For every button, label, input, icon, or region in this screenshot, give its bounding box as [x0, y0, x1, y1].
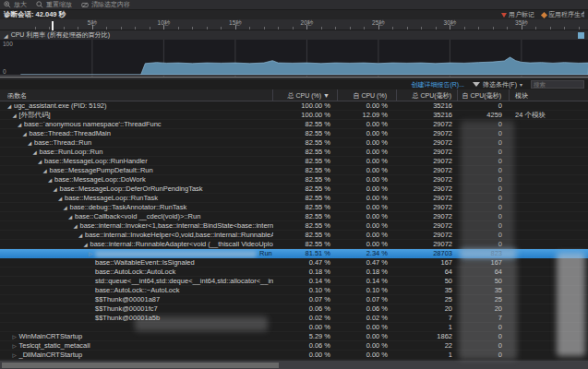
collapse-icon[interactable]: ◢ — [13, 111, 19, 120]
create-report-link[interactable]: 创建详细报告(R)... — [411, 80, 464, 89]
collapse-icon[interactable]: ◢ — [58, 194, 65, 203]
expand-icon[interactable]: ▷ — [13, 341, 19, 351]
total-cpu-ms: 1 — [397, 351, 458, 360]
function-name: base::AutoLock::~AutoLock — [95, 286, 180, 295]
scrollbar-thumb[interactable] — [2, 363, 279, 368]
self-cpu-pct: 0.00 % — [338, 240, 397, 249]
call-tree-header: 函数名 总 CPU (%) ▼ 自 CPU (%) 总 CPU(毫秒) 自 CP… — [0, 89, 588, 101]
collapse-icon[interactable]: ◢ — [64, 203, 70, 212]
collapse-icon[interactable]: ◢ — [48, 175, 54, 184]
magnifier-icon — [36, 1, 43, 8]
ruler-tick — [493, 27, 494, 30]
function-name: base::MessageLoop::RunHandler — [44, 157, 148, 166]
timeline-toolbar: 放大 重置缩放 清除选定内容 — [0, 0, 588, 10]
ruler-tick-label: 25秒 — [372, 19, 385, 28]
col-total-cpu-ms[interactable]: 总 CPU(毫秒) — [397, 89, 458, 101]
ruler-tick — [207, 27, 208, 30]
cpu-utilization-chart[interactable]: 100 0 — [0, 40, 588, 77]
chart-expand-icon[interactable]: ◢ — [4, 32, 8, 39]
self-cpu-pct: 0.47 % — [338, 258, 397, 268]
total-cpu-ms: 29072 — [397, 240, 458, 249]
ruler-tick-label: 30秒 — [444, 19, 457, 28]
function-name-cell: ▷WinMainCRTStartup — [0, 332, 273, 341]
ruler-tick — [249, 27, 250, 30]
self-cpu-pct: 0.00 % — [338, 166, 397, 175]
total-cpu-ms: 29072 — [397, 148, 458, 157]
ruler-tick — [421, 27, 422, 30]
col-module[interactable]: 模块 — [510, 89, 588, 101]
total-cpu-pct: 5.29 % — [273, 332, 338, 341]
collapse-icon[interactable]: ◢ — [43, 166, 50, 175]
expand-icon[interactable]: ▷ — [13, 351, 19, 360]
col-total-cpu-pct[interactable]: 总 CPU (%) ▼ — [273, 89, 338, 101]
zoom-in-button[interactable]: 放大 — [4, 0, 27, 9]
collapse-icon[interactable]: ◢ — [28, 138, 34, 148]
total-cpu-ms: 167 — [397, 258, 458, 268]
expand-icon[interactable]: ▷ — [13, 332, 19, 341]
collapse-icon[interactable]: ◢ — [18, 120, 24, 129]
self-cpu-pct: 0.00 % — [338, 341, 397, 351]
redaction-blur — [461, 121, 514, 258]
function-name-cell: base::AutoLock::AutoLock — [0, 268, 273, 277]
module-name: 24 个模块 — [510, 111, 588, 120]
collapse-icon[interactable]: ◢ — [78, 231, 85, 240]
collapse-icon[interactable]: ◢ — [33, 148, 40, 157]
collapse-icon[interactable]: ◢ — [68, 212, 75, 221]
timeline-cursor[interactable] — [52, 21, 54, 30]
chart-y-max-label: 100 — [3, 41, 13, 47]
collapse-icon[interactable]: ◢ — [84, 240, 90, 249]
collapse-icon[interactable]: ◢ — [54, 184, 60, 194]
clear-selection-button[interactable]: 清除选定内容 — [81, 0, 130, 9]
collapse-icon[interactable]: ◢ — [7, 101, 14, 111]
timeline-ruler[interactable]: 5秒10秒15秒20秒25秒30秒35秒 — [0, 19, 588, 30]
user-marks-legend[interactable]: 用户标记 — [501, 10, 534, 19]
function-name-cell: ◢base::Callback<void __cdecl(void)>::Run — [0, 212, 273, 221]
ruler-tick — [178, 27, 179, 30]
collapse-icon[interactable]: ◢ — [23, 129, 30, 138]
col-self-cpu-ms[interactable]: 自 CPU(毫秒) — [458, 89, 510, 101]
col-self-cpu-pct[interactable]: 自 CPU (%) — [338, 89, 397, 101]
self-cpu-pct: 0.00 % — [338, 203, 397, 212]
session-row: 诊断会话: 42.049 秒 用户标记 应用程序生命周期 — [0, 10, 588, 19]
ruler-tick — [564, 27, 565, 30]
total-cpu-pct: 82.55 % — [273, 194, 338, 203]
collapse-icon[interactable]: ◢ — [38, 157, 44, 166]
ruler-tick-label: 15秒 — [229, 19, 242, 28]
horizontal-scrollbar[interactable] — [0, 360, 588, 369]
profiler-window: 放大 重置缩放 清除选定内容 诊断会话: 42.049 秒 用户标记 应用程序生… — [0, 0, 588, 369]
function-name-cell: base::AutoLock::~AutoLock — [0, 286, 273, 295]
function-name-cell: ◢base::MessagePumpDefault::Run — [0, 166, 273, 175]
details-filter-bar: 创建详细报告(R)... 筛选条件(F) ▾ — [0, 79, 588, 89]
self-cpu-pct: 0.00 % — [338, 120, 397, 129]
expand-icon[interactable]: ▷ — [89, 249, 95, 258]
table-row[interactable]: ◢ugc_assistant.exe (PID: 5192)100.00 %0.… — [0, 101, 588, 111]
magnifier-plus-icon — [4, 1, 11, 8]
collapse-icon[interactable]: ◢ — [74, 221, 80, 231]
total-cpu-pct: 0.06 % — [273, 341, 338, 351]
clear-selection-label: 清除选定内容 — [91, 0, 130, 9]
function-name-cell: ◢base::Thread::ThreadMain — [0, 129, 273, 138]
marker-legend: 用户标记 应用程序生命周期 — [501, 10, 584, 19]
function-name-cell: base::WaitableEvent::IsSignaled — [0, 258, 273, 268]
total-cpu-ms: 35216 — [397, 111, 458, 120]
self-cpu-ms: 0 — [458, 101, 510, 111]
function-name-cell: ◢base::MessageLoop::DeferOrRunPendingTas… — [0, 184, 273, 194]
ruler-tick-label: 20秒 — [301, 19, 314, 28]
filter-dropdown[interactable]: 筛选条件(F) ▾ — [473, 80, 522, 89]
cpu-chart-header[interactable]: ◢ CPU 利用率 (所有处理器的百分比) — [0, 30, 588, 40]
app-lifecycle-legend[interactable]: 应用程序生命周期 — [542, 10, 584, 19]
self-cpu-pct: 0.00 % — [338, 332, 397, 341]
total-cpu-pct: 100.00 % — [273, 101, 338, 111]
table-row[interactable]: ◢[外部代码]100.00 %12.09 %35216425924 个模块 — [0, 111, 588, 120]
reset-zoom-button[interactable]: 重置缩放 — [36, 0, 72, 9]
total-cpu-ms: 29072 — [397, 221, 458, 231]
redaction-blur — [459, 260, 517, 360]
search-input[interactable] — [531, 80, 584, 89]
function-name: base::Thread::Run — [34, 138, 91, 148]
col-function-name[interactable]: 函数名 — [0, 89, 273, 101]
module-name — [510, 148, 588, 157]
function-name-cell: $$Thunk@00001fc7 — [0, 304, 273, 314]
function-name-cell: ◢base::internal::Invoker<1,base::interna… — [0, 221, 273, 231]
total-cpu-ms: 29072 — [397, 138, 458, 148]
total-cpu-ms: 29072 — [397, 175, 458, 184]
